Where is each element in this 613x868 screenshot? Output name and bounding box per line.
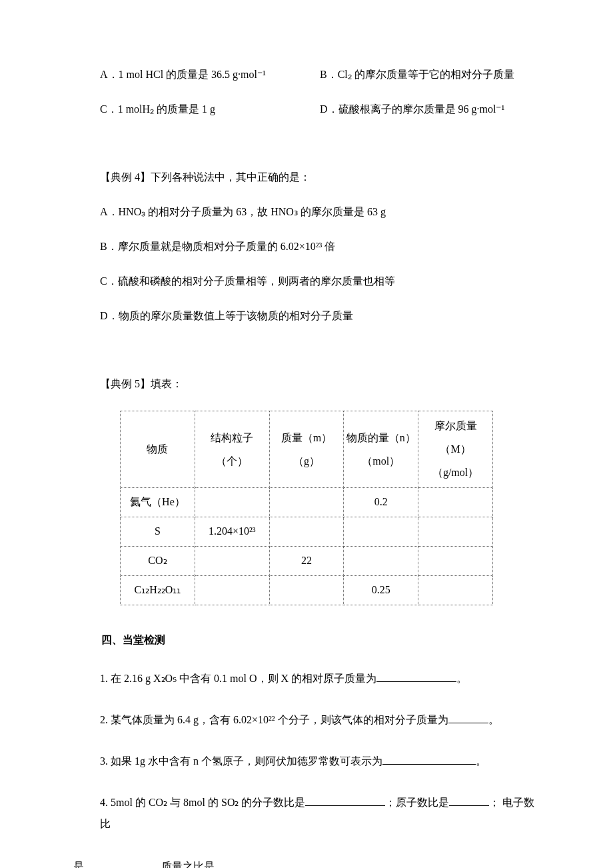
option-a: A．1 mol HCl 的质量是 36.5 g·mol⁻¹	[100, 67, 320, 83]
table-header-mass: 质量（m） （g）	[269, 411, 344, 488]
question-2: 2. 某气体质量为 6.4 g，含有 6.02×10²² 个分子，则该气体的相对…	[100, 709, 540, 731]
cell-particles	[195, 575, 269, 605]
cell-particles	[195, 546, 269, 575]
ex4-option-d: D．物质的摩尔质量数值上等于该物质的相对分子质量	[100, 308, 540, 324]
option-b: B．Cl₂ 的摩尔质量等于它的相对分子质量	[320, 67, 540, 83]
q3-text-a: 3. 如果 1g 水中含有 n 个氢原子，则阿伏加德罗常数可表示为	[100, 755, 382, 767]
section-4-heading: 四、当堂检测	[101, 632, 540, 648]
cell-mass: 22	[269, 546, 344, 575]
option-c: C．1 molH₂ 的质量是 1 g	[100, 101, 320, 117]
blank	[84, 858, 151, 868]
top-options-row-2: C．1 molH₂ 的质量是 1 g D．硫酸根离子的摩尔质量是 96 g·mo…	[100, 101, 540, 117]
table-header-molar-mass: 摩尔质量（M） （g/mol）	[418, 411, 493, 488]
cell-substance: C₁₂H₂₂O₁₁	[121, 575, 195, 605]
question-1: 1. 在 2.16 g X₂O₅ 中含有 0.1 mol O，则 X 的相对原子…	[100, 668, 540, 689]
example-5-label: 【典例 5】填表：	[100, 376, 540, 392]
cell-substance: S	[121, 517, 195, 546]
question-4: 4. 5mol 的 CO₂ 与 8mol 的 SO₂ 的分子数比是；原子数比是；…	[100, 792, 540, 835]
cell-mass	[269, 517, 344, 546]
question-4-cont: 是，质量之比是。	[73, 855, 540, 868]
q4-text-e: ，质量之比是	[151, 861, 215, 868]
cell-particles: 1.204×10²³	[195, 517, 269, 546]
q1-text-b: 。	[456, 673, 467, 684]
blank	[382, 753, 476, 765]
q2-text-a: 2. 某气体质量为 6.4 g，含有 6.02×10²² 个分子，则该气体的相对…	[100, 714, 448, 725]
top-options-row-1: A．1 mol HCl 的质量是 36.5 g·mol⁻¹ B．Cl₂ 的摩尔质…	[100, 67, 540, 83]
q4-text-a: 4. 5mol 的 CO₂ 与 8mol 的 SO₂ 的分子数比是	[100, 797, 305, 808]
q2-text-b: 。	[488, 714, 499, 725]
table-row: 氦气（He） 0.2	[121, 487, 493, 517]
table-header-amount: 物质的量（n） （mol）	[344, 411, 418, 488]
q4-text-b: ；原子数比是	[385, 797, 449, 808]
cell-mass	[269, 487, 344, 517]
cell-molar-mass	[418, 517, 493, 546]
cell-substance: 氦气（He）	[121, 487, 195, 517]
table-row: C₁₂H₂₂O₁₁ 0.25	[121, 575, 493, 605]
blank	[448, 711, 488, 723]
option-d: D．硫酸根离子的摩尔质量是 96 g·mol⁻¹	[320, 101, 540, 117]
cell-substance: CO₂	[121, 546, 195, 575]
blank	[449, 794, 489, 806]
table-header-substance: 物质	[121, 411, 195, 488]
table-row: CO₂ 22	[121, 546, 493, 575]
cell-mass	[269, 575, 344, 605]
cell-amount	[344, 546, 418, 575]
ex4-option-c: C．硫酸和磷酸的相对分子质量相等，则两者的摩尔质量也相等	[100, 273, 540, 289]
blank	[376, 670, 456, 682]
q4-text-f: 。	[308, 861, 318, 868]
question-3: 3. 如果 1g 水中含有 n 个氢原子，则阿伏加德罗常数可表示为。	[100, 751, 540, 772]
cell-amount	[344, 517, 418, 546]
cell-amount: 0.2	[344, 487, 418, 517]
q3-text-b: 。	[476, 755, 486, 767]
ex4-option-a: A．HNO₃ 的相对分子质量为 63，故 HNO₃ 的摩尔质量是 63 g	[100, 204, 540, 220]
blank	[215, 858, 308, 868]
cell-particles	[195, 487, 269, 517]
example-5-table: 物质 结构粒子 （个） 质量（m） （g） 物质的量（n） （mol） 摩尔质量…	[120, 411, 493, 605]
cell-molar-mass	[418, 575, 493, 605]
cell-amount: 0.25	[344, 575, 418, 605]
table-header-particles: 结构粒子 （个）	[195, 411, 269, 488]
cell-molar-mass	[418, 487, 493, 517]
example-4-label: 【典例 4】下列各种说法中，其中正确的是：	[100, 169, 540, 185]
blank	[305, 794, 385, 806]
ex4-option-b: B．摩尔质量就是物质相对分子质量的 6.02×10²³ 倍	[100, 239, 540, 255]
q1-text-a: 1. 在 2.16 g X₂O₅ 中含有 0.1 mol O，则 X 的相对原子…	[100, 673, 376, 684]
q4-text-d: 是	[73, 861, 84, 868]
table-row: S 1.204×10²³	[121, 517, 493, 546]
cell-molar-mass	[418, 546, 493, 575]
